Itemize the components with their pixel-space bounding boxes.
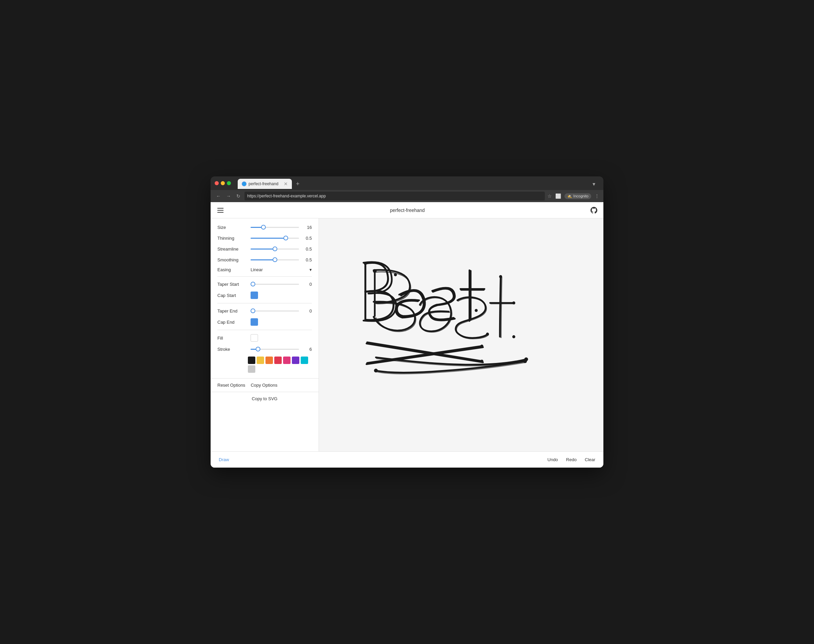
easing-value: Linear — [251, 267, 263, 272]
color-black[interactable] — [248, 357, 255, 364]
address-icons: ☆ ⬜ 🕵 Incognito ⋮ — [547, 193, 599, 199]
thinning-value: 0.5 — [302, 236, 312, 241]
sidebar-action-buttons: Reset Options Copy Options — [211, 378, 319, 392]
canvas-area[interactable] — [319, 218, 603, 451]
bottom-actions: Undo Redo Clear — [547, 457, 595, 462]
fill-control: Fill — [218, 334, 312, 342]
app-header: perfect-freehand — [211, 202, 603, 218]
stroke-slider-container — [251, 346, 299, 353]
taper-end-control: Taper End 0 — [218, 307, 312, 314]
fill-checkbox[interactable] — [251, 334, 258, 342]
taper-start-slider[interactable] — [251, 284, 299, 285]
tab-close-icon[interactable]: ✕ — [284, 181, 288, 187]
redo-button[interactable]: Redo — [566, 457, 576, 462]
svg-point-9 — [486, 333, 489, 336]
thinning-slider-container — [251, 235, 299, 241]
svg-point-5 — [373, 269, 377, 273]
cap-end-label: Cap End — [218, 320, 248, 325]
tab-favicon: 🌐 — [242, 181, 247, 186]
cap-start-label: Cap Start — [218, 293, 248, 298]
streamline-label: Streamline — [218, 247, 248, 251]
color-orange[interactable] — [265, 357, 273, 364]
taper-end-value: 0 — [302, 308, 312, 314]
svg-point-8 — [512, 335, 515, 338]
back-button[interactable]: ← — [215, 193, 222, 199]
smoothing-control: Smoothing 0.5 — [218, 256, 312, 263]
active-tab[interactable]: 🌐 perfect-freehand ✕ — [238, 179, 292, 189]
taper-end-slider-container — [251, 307, 299, 314]
browser-chrome: 🌐 perfect-freehand ✕ + ▾ ← → ↻ ☆ ⬜ 🕵 Inc… — [211, 176, 603, 202]
tab-title: perfect-freehand — [248, 181, 278, 186]
easing-select[interactable]: Linear ▾ — [251, 267, 312, 272]
cap-start-swatch[interactable] — [251, 291, 258, 299]
tab-bar: 🌐 perfect-freehand ✕ + ▾ — [234, 179, 599, 189]
taper-end-slider[interactable] — [251, 310, 299, 311]
reload-button[interactable]: ↻ — [235, 193, 242, 199]
divider-3 — [218, 330, 312, 330]
drawing-content — [363, 262, 484, 364]
svg-point-1 — [480, 345, 483, 348]
clear-button[interactable]: Clear — [585, 457, 595, 462]
streamline-slider[interactable] — [251, 248, 299, 250]
app-content: perfect-freehand Size 16 — [211, 202, 603, 468]
smoothing-slider-container — [251, 256, 299, 263]
bookmark-icon[interactable]: ☆ — [547, 193, 552, 199]
easing-chevron: ▾ — [310, 267, 312, 272]
smoothing-slider[interactable] — [251, 259, 299, 261]
hamburger-button[interactable] — [216, 207, 225, 214]
copy-options-button[interactable]: Copy Options — [251, 383, 277, 388]
bottom-bar: Draw Undo Redo Clear — [211, 451, 603, 468]
undo-button[interactable]: Undo — [547, 457, 558, 462]
address-bar: ← → ↻ ☆ ⬜ 🕵 Incognito ⋮ — [211, 190, 603, 202]
taper-start-control: Taper Start 0 — [218, 281, 312, 287]
stroke-slider[interactable] — [251, 349, 299, 350]
draw-button[interactable]: Draw — [219, 457, 229, 462]
tab-chevron[interactable]: ▾ — [593, 181, 595, 187]
incognito-icon: 🕵 — [567, 194, 572, 198]
fill-label: Fill — [218, 336, 248, 340]
thinning-label: Thinning — [218, 236, 248, 241]
color-light-gray[interactable] — [248, 365, 255, 373]
stroke-control: Stroke 6 — [218, 346, 312, 353]
divider-2 — [218, 303, 312, 304]
cap-end-control: Cap End — [218, 318, 312, 326]
thinning-slider[interactable] — [251, 238, 299, 239]
traffic-lights — [215, 181, 231, 185]
taper-start-value: 0 — [302, 282, 312, 287]
color-red[interactable] — [274, 357, 282, 364]
thinning-control: Thinning 0.5 — [218, 235, 312, 241]
color-pink[interactable] — [283, 357, 291, 364]
cap-end-swatch[interactable] — [251, 318, 258, 326]
color-purple[interactable] — [292, 357, 299, 364]
address-input[interactable] — [244, 192, 545, 201]
svg-point-7 — [512, 301, 515, 304]
color-swatches — [218, 357, 312, 373]
split-view-icon[interactable]: ⬜ — [555, 193, 561, 199]
size-label: Size — [218, 225, 248, 230]
color-yellow[interactable] — [257, 357, 264, 364]
size-control: Size 16 — [218, 224, 312, 231]
drawing-canvas[interactable] — [319, 218, 603, 451]
menu-icon[interactable]: ⋮ — [595, 193, 599, 199]
size-slider[interactable] — [251, 227, 299, 228]
color-teal[interactable] — [301, 357, 308, 364]
forward-button[interactable]: → — [225, 193, 232, 199]
maximize-button[interactable] — [227, 181, 231, 185]
cap-start-control: Cap Start — [218, 291, 312, 299]
new-tab-button[interactable]: + — [293, 181, 302, 187]
github-icon[interactable] — [590, 206, 598, 214]
browser-window: 🌐 perfect-freehand ✕ + ▾ ← → ↻ ☆ ⬜ 🕵 Inc… — [211, 176, 603, 468]
minimize-button[interactable] — [221, 181, 225, 185]
svg-point-0 — [480, 360, 483, 363]
app-title: perfect-freehand — [225, 207, 590, 213]
svg-point-6 — [499, 275, 502, 278]
svg-point-4 — [475, 309, 478, 312]
close-button[interactable] — [215, 181, 219, 185]
controls-section: Size 16 Thinning 0.5 — [211, 218, 319, 378]
divider-1 — [218, 276, 312, 277]
svg-point-12 — [374, 369, 378, 373]
streamline-control: Streamline 0.5 — [218, 245, 312, 252]
reset-options-button[interactable]: Reset Options — [218, 383, 245, 388]
incognito-badge: 🕵 Incognito — [564, 193, 591, 199]
copy-svg-button[interactable]: Copy to SVG — [211, 392, 319, 405]
